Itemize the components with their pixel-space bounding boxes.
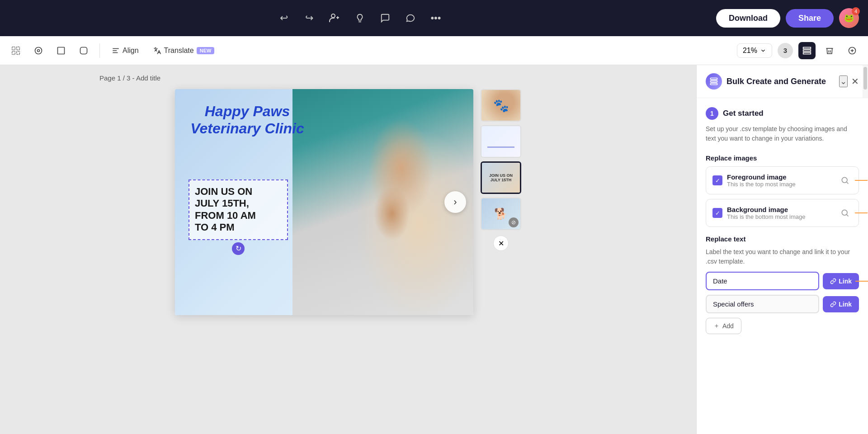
svg-point-23 [842, 177, 847, 183]
avatar[interactable]: 🐸 4 [839, 8, 859, 28]
replace-images-section: Replace images ✓ Foreground image This i… [706, 154, 859, 227]
new-badge: NEW [197, 47, 215, 54]
download-button[interactable]: Download [716, 9, 780, 28]
date-input[interactable] [706, 272, 819, 290]
background-image-desc: This is the bottom most image [727, 213, 833, 220]
arrow-c [855, 281, 868, 282]
special-offers-link-button[interactable]: Link [823, 296, 859, 312]
foreground-info: Foreground image This is the top most im… [727, 173, 833, 188]
event-box[interactable]: JOIN US ON JULY 15TH, FROM 10 AM TO 4 PM… [189, 179, 288, 240]
replace-images-label: Replace images [706, 154, 859, 162]
divider-1 [99, 43, 100, 58]
svg-rect-21 [711, 80, 717, 82]
share-button[interactable]: Share [786, 9, 834, 28]
svg-line-26 [847, 215, 849, 217]
foreground-search-icon[interactable] [838, 173, 852, 188]
panel-body: 1 Get started Set up your .csv template … [697, 98, 868, 434]
special-offers-input[interactable] [706, 295, 819, 313]
scrollbar-area[interactable] [863, 65, 868, 98]
svg-rect-20 [711, 78, 717, 80]
step-section: 1 Get started Set up your .csv template … [706, 107, 859, 143]
close-thumbnail-button[interactable]: ✕ [493, 236, 509, 251]
add-label: Add [722, 322, 734, 330]
foreground-image-name: Foreground image [727, 173, 833, 181]
align-label: Align [123, 47, 139, 55]
step-number: 1 [706, 107, 718, 120]
replace-text-desc: Label the text you want to change and li… [706, 247, 859, 266]
svg-rect-6 [17, 51, 20, 54]
canvas-area: Page 1 / 3 - Add title Happy Paws Veteri… [0, 65, 696, 434]
add-page-button[interactable] [844, 42, 861, 59]
event-line3: FROM 10 AM [195, 210, 282, 222]
thumbnail-panel: 🐾 JOIN US ONJULY 15TH 🐕 ⊘ ✕ [481, 89, 521, 251]
next-arrow[interactable]: › [444, 191, 466, 213]
svg-rect-9 [58, 47, 65, 54]
panel-chevron-button[interactable]: ⌄ [839, 75, 848, 87]
panel-close-button[interactable]: ✕ [851, 76, 859, 87]
delete-button[interactable] [821, 42, 838, 59]
step-desc: Set up your .csv template by choosing im… [706, 124, 859, 143]
thumb2-line [487, 146, 514, 148]
zoom-selector[interactable]: 21% [737, 43, 772, 58]
panel-icon [706, 73, 722, 90]
rectangle-tool-button[interactable] [52, 42, 70, 59]
add-button[interactable]: ＋ Add [706, 318, 741, 334]
svg-point-7 [35, 47, 42, 54]
arrow-a [855, 180, 868, 181]
svg-rect-4 [17, 47, 20, 50]
thumbnail-2[interactable] [481, 125, 521, 158]
foreground-image-item: ✓ Foreground image This is the top most … [706, 166, 859, 194]
scrollbar-thumb [863, 67, 867, 90]
svg-rect-5 [12, 51, 15, 54]
step-header: 1 Get started [706, 107, 859, 120]
clinic-title-line1: Happy Paws [184, 103, 311, 120]
foreground-image-desc: This is the top most image [727, 181, 833, 188]
clinic-title: Happy Paws Veterinary Clinic [184, 103, 311, 137]
replace-text-section: Replace text Label the text you want to … [706, 235, 859, 334]
svg-rect-14 [803, 47, 811, 48]
bulk-generate-button[interactable] [798, 42, 816, 59]
top-bar: ↩ ↪ ••• Download Share 🐸 4 [0, 0, 868, 36]
select-tool-button[interactable] [7, 42, 24, 59]
thumb4-bg: 🐕 ⊘ [481, 198, 520, 229]
background-search-icon[interactable] [838, 206, 852, 220]
right-panel: Bulk Create and Generate ⌄ ✕ 1 Get start… [696, 65, 868, 434]
canvas-wrapper: Happy Paws Veterinary Clinic JOIN US ON … [175, 89, 521, 315]
svg-rect-16 [803, 52, 811, 54]
lightbulb-button[interactable] [351, 9, 369, 27]
foreground-checkbox[interactable]: ✓ [712, 175, 722, 185]
toolbar: Align Translate NEW 21% 3 [0, 36, 868, 65]
redo-button[interactable]: ↪ [300, 9, 318, 27]
thumbnail-3[interactable]: JOIN US ONJULY 15TH [481, 161, 521, 194]
add-collaborator-button[interactable] [326, 9, 344, 27]
align-button[interactable]: Align [107, 44, 143, 57]
rounded-rect-tool-button[interactable] [75, 42, 92, 59]
special-offers-text-item: Link [706, 295, 859, 313]
thumbnail-1[interactable]: 🐾 [481, 89, 521, 122]
panel-header: Bulk Create and Generate ⌄ ✕ [697, 65, 868, 98]
more-button[interactable]: ••• [427, 9, 445, 27]
page-label: Page 1 / 3 - Add title [99, 74, 160, 82]
translate-button[interactable]: Translate NEW [149, 44, 219, 57]
event-line4: TO 4 PM [195, 222, 282, 233]
panel-title: Bulk Create and Generate [726, 77, 826, 86]
design-canvas[interactable]: Happy Paws Veterinary Clinic JOIN US ON … [175, 89, 473, 315]
background-checkbox[interactable]: ✓ [712, 208, 722, 218]
background-info: Background image This is the bottom most… [727, 206, 833, 220]
undo-button[interactable]: ↩ [275, 9, 293, 27]
comment-button[interactable] [376, 9, 394, 27]
color-tool-button[interactable] [30, 42, 47, 59]
zoom-level: 21% [743, 47, 757, 55]
arrow-b [855, 212, 868, 213]
thumb2-bg [481, 126, 520, 157]
thumb3-bg: JOIN US ONJULY 15TH [482, 163, 520, 193]
thumbnail-4[interactable]: 🐕 ⊘ [481, 198, 521, 230]
event-line2: JULY 15TH, [195, 198, 282, 209]
rotate-icon[interactable]: ↻ [232, 242, 245, 255]
chat-button[interactable] [401, 9, 420, 27]
date-link-button[interactable]: Link [823, 273, 859, 289]
top-bar-icons: ↩ ↪ ••• [275, 9, 445, 27]
date-text-item: Link C [706, 272, 859, 290]
main-layout: Page 1 / 3 - Add title Happy Paws Veteri… [0, 65, 868, 434]
page-indicator: 3 [778, 43, 793, 58]
